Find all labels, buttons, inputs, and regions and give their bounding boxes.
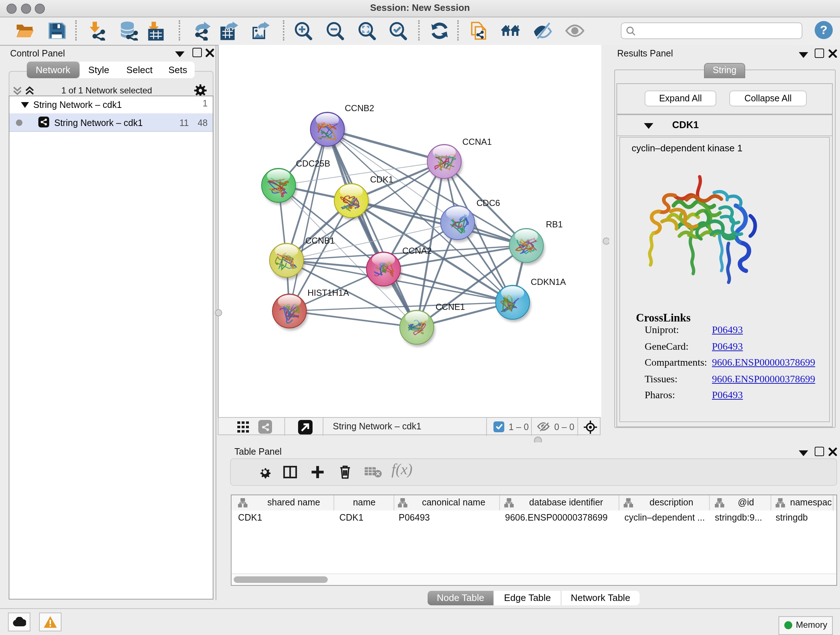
svg-text:CDC6: CDC6 [477,198,500,208]
svg-text:CCNA2: CCNA2 [402,246,431,256]
svg-text:CDK1: CDK1 [370,174,393,184]
svg-text:CCNB1: CCNB1 [305,236,335,245]
svg-text:HIST1H1A: HIST1H1A [308,288,349,298]
svg-text:CCNB2: CCNB2 [345,103,374,113]
svg-text:CDKN1A: CDKN1A [531,277,566,287]
svg-text:RB1: RB1 [546,219,563,229]
svg-text:CDC25B: CDC25B [296,158,330,168]
svg-text:CCNA1: CCNA1 [462,137,492,147]
svg-text:CCNE1: CCNE1 [436,302,465,312]
